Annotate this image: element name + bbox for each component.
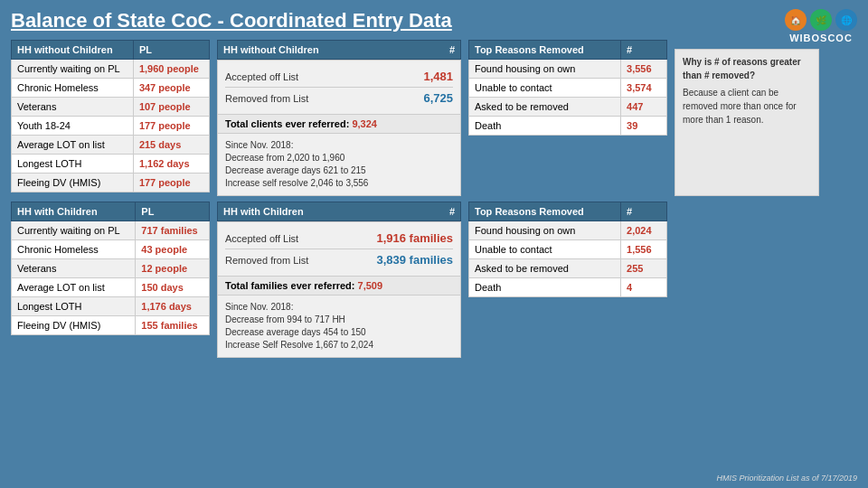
top-right-header1: Top Reasons Removed — [469, 41, 621, 60]
table-row: Death39 — [469, 117, 667, 136]
bot-right-header2: # — [621, 202, 667, 221]
row-label: Unable to contact — [469, 240, 621, 259]
row-label: Death — [469, 278, 621, 297]
top-removed-row: Removed from List 6,725 — [225, 88, 453, 108]
table-row: Found housing on own3,556 — [469, 60, 667, 79]
main-container: Balance of State CoC - Coordinated Entry… — [0, 0, 868, 488]
top-middle-header: HH without Children # — [217, 40, 461, 60]
top-accepted-label: Accepted off List — [225, 71, 298, 82]
row-label: Asked to be removed — [469, 259, 621, 278]
row-value: 12 people — [136, 259, 210, 278]
row-label: Death — [469, 117, 621, 136]
table-row: Fleeing DV (HMIS)155 families — [12, 316, 210, 335]
bot-middle-header: HH with Children # — [217, 202, 461, 221]
annotation-box: Why is # of reasons greater than # remov… — [675, 49, 819, 196]
table-row: Veterans12 people — [12, 259, 210, 278]
bot-mid-h2: # — [449, 206, 455, 217]
row-label: Chronic Homeless — [12, 240, 136, 259]
top-note: Since Nov. 2018:Decrease from 2,020 to 1… — [217, 134, 461, 196]
annotation-question: Why is # of reasons greater than # remov… — [683, 55, 811, 82]
row-value: 3,556 — [621, 60, 667, 79]
top-removed-val: 6,725 — [423, 91, 453, 105]
row-value: 3,574 — [621, 79, 667, 98]
row-label: Chronic Homeless — [12, 79, 134, 98]
bot-removed-val: 3,839 families — [376, 253, 453, 267]
row-value: 43 people — [136, 240, 210, 259]
table-row: Youth 18-24177 people — [12, 117, 210, 136]
logo-text: WIBOSCOC — [789, 33, 853, 43]
table-row: Death4 — [469, 278, 667, 297]
bot-removed-row: Removed from List 3,839 families — [225, 249, 453, 270]
bot-right-header1: Top Reasons Removed — [469, 202, 621, 221]
row-label: Unable to contact — [469, 79, 621, 98]
top-mid-h1: HH without Children — [223, 44, 319, 55]
top-note-text: Since Nov. 2018:Decrease from 2,020 to 1… — [225, 139, 453, 190]
bottom-section: HH with Children PL Currently waiting on… — [11, 202, 857, 358]
bot-removed-label: Removed from List — [225, 255, 308, 266]
row-value: 177 people — [133, 117, 209, 136]
row-label: Found housing on own — [469, 60, 621, 79]
row-value: 215 days — [133, 136, 209, 155]
top-left-header1: HH without Children — [12, 41, 134, 60]
bottom-left-table: HH with Children PL Currently waiting on… — [11, 202, 210, 335]
table-row: Asked to be removed447 — [469, 98, 667, 117]
logo-area: 🏠 🌿 🌐 WIBOSCOC — [785, 9, 857, 43]
top-total-line: Total clients ever referred: 9,324 — [217, 115, 461, 134]
table-row: Average LOT on list215 days — [12, 136, 210, 155]
row-value: 347 people — [133, 79, 209, 98]
bottom-left-panel: HH with Children PL Currently waiting on… — [11, 202, 210, 358]
annotation-answer: Because a client can be removed more tha… — [683, 86, 811, 127]
row-label: Longest LOTH — [12, 155, 134, 174]
row-value: 2,024 — [621, 221, 667, 240]
row-value: 255 — [621, 259, 667, 278]
row-value: 39 — [621, 117, 667, 136]
table-row: Fleeing DV (HMIS)177 people — [12, 174, 210, 192]
bot-accepted-val: 1,916 families — [376, 231, 453, 245]
bottom-middle-panel: HH with Children # Accepted off List 1,9… — [217, 202, 461, 358]
bot-total-val: 7,509 — [358, 280, 383, 291]
top-mid-h2: # — [449, 44, 455, 55]
table-row: Found housing on own2,024 — [469, 221, 667, 240]
bottom-right-table: Top Reasons Removed # Found housing on o… — [468, 202, 667, 297]
row-value: 150 days — [136, 278, 210, 297]
table-row: Chronic Homeless347 people — [12, 79, 210, 98]
row-label: Fleeing DV (HMIS) — [12, 174, 134, 192]
row-label: Found housing on own — [469, 221, 621, 240]
top-left-panel: HH without Children PL Currently waiting… — [11, 40, 210, 196]
logo-circle-3: 🌐 — [835, 9, 857, 31]
row-label: Average LOT on list — [12, 278, 136, 297]
row-label: Asked to be removed — [469, 98, 621, 117]
top-accepted-row: Accepted off List 1,481 — [225, 66, 453, 88]
bot-left-header1: HH with Children — [12, 202, 136, 221]
top-left-table: HH without Children PL Currently waiting… — [11, 40, 210, 192]
bot-accepted-label: Accepted off List — [225, 233, 298, 244]
top-accepted-val: 1,481 — [423, 70, 453, 83]
row-label: Fleeing DV (HMIS) — [12, 316, 136, 335]
table-row: Chronic Homeless43 people — [12, 240, 210, 259]
table-row: Longest LOTH1,176 days — [12, 297, 210, 316]
bot-total-line: Total families ever referred: 7,509 — [217, 277, 461, 296]
top-removed-label: Removed from List — [225, 93, 308, 104]
row-value: 4 — [621, 278, 667, 297]
row-value: 107 people — [133, 98, 209, 117]
top-left-header2: PL — [133, 41, 209, 60]
row-value: 1,162 days — [133, 155, 209, 174]
logo-circles: 🏠 🌿 🌐 — [785, 9, 857, 31]
page-title: Balance of State CoC - Coordinated Entry… — [11, 9, 857, 33]
table-row: Currently waiting on PL717 families — [12, 221, 210, 240]
row-value: 717 families — [136, 221, 210, 240]
row-label: Veterans — [12, 98, 134, 117]
bot-note: Since Nov. 2018:Decrease from 994 to 717… — [217, 296, 461, 358]
bot-mid-h1: HH with Children — [223, 206, 304, 217]
row-value: 1,556 — [621, 240, 667, 259]
top-total-val: 9,324 — [352, 118, 377, 129]
bot-total-label: Total families ever referred: — [225, 280, 354, 291]
table-row: Longest LOTH1,162 days — [12, 155, 210, 174]
top-right-table: Top Reasons Removed # Found housing on o… — [468, 40, 667, 136]
bot-middle-box: Accepted off List 1,916 families Removed… — [217, 221, 461, 277]
table-row: Unable to contact1,556 — [469, 240, 667, 259]
row-value: 1,176 days — [136, 297, 210, 316]
table-row: Average LOT on list150 days — [12, 278, 210, 297]
top-middle-panel: HH without Children # Accepted off List … — [217, 40, 461, 196]
row-label: Currently waiting on PL — [12, 60, 134, 79]
